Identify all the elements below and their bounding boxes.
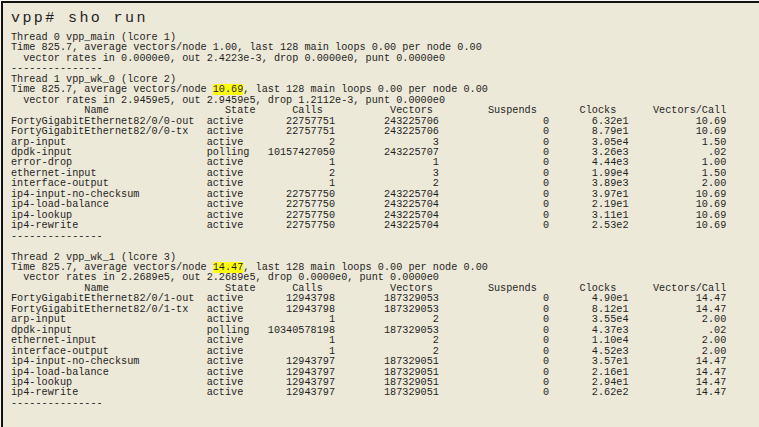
cell-state: polling <box>207 325 268 336</box>
cell-state: active <box>207 387 268 398</box>
terminal[interactable]: vpp# sho run Thread 0 vpp_main (lcore 1)… <box>1 1 759 427</box>
cell-calls-header: Calls <box>256 105 323 116</box>
cell-vectors-call: 1.50 <box>629 168 727 179</box>
cell-clocks: 4.90e1 <box>549 293 628 304</box>
cell-calls-header: Calls <box>256 283 323 294</box>
cell-vectors-call: 10.69 <box>629 199 727 210</box>
cell-name: dpdk-input <box>11 147 207 158</box>
cell-vectors: 187329053 <box>335 325 439 336</box>
cell-name: dpdk-input <box>11 325 207 336</box>
vector-rates-line: vector rates in 0.0000e0, out 2.4223e-3,… <box>11 54 759 64</box>
cell-state: active <box>207 157 268 168</box>
cell-suspends: 0 <box>439 116 549 127</box>
cell-calls: 22757750 <box>268 220 335 231</box>
cell-suspends: 0 <box>439 387 549 398</box>
cell-vectors: 187329053 <box>335 293 439 304</box>
avg-vectors-per-node-value: 14.47 <box>213 262 244 273</box>
cell-clocks: 2.16e1 <box>549 367 628 378</box>
cell-vectors-header: Vectors <box>323 283 433 294</box>
cell-name: ethernet-input <box>11 335 207 346</box>
cell-vectors-call: 14.47 <box>629 304 727 315</box>
cell-suspends: 0 <box>439 304 549 315</box>
time-prefix: Time 825.7, average vectors/node <box>11 262 213 273</box>
cell-vectors: 243225704 <box>335 220 439 231</box>
cli-prompt-line[interactable]: vpp# sho run <box>11 8 759 29</box>
cell-clocks: 8.79e1 <box>549 126 628 137</box>
cell-state: active <box>207 137 268 148</box>
cell-state: active <box>207 199 268 210</box>
cell-state: active <box>207 304 268 315</box>
cell-vectors-call: 10.69 <box>629 126 727 137</box>
cell-vectors: 187329051 <box>335 377 439 388</box>
cell-name: ip4-rewrite <box>11 220 207 231</box>
cell-vectors-header: Vectors <box>323 105 433 116</box>
cell-calls: 12943798 <box>268 304 335 315</box>
cell-vectors: 187329051 <box>335 367 439 378</box>
cell-clocks: 3.57e1 <box>549 356 628 367</box>
cell-vectors: 187329051 <box>335 356 439 367</box>
avg-vectors-per-node-value: 1.00 <box>213 42 237 53</box>
cell-suspends: 0 <box>439 126 549 137</box>
cell-vectors: 1 <box>335 157 439 168</box>
cell-name: ip4-lookup <box>11 377 207 388</box>
cell-vectors-call: .02 <box>629 147 727 158</box>
cell-name-header: Name <box>11 283 109 294</box>
cell-vectors-call: 14.47 <box>629 356 727 367</box>
cell-vectors: 2 <box>335 314 439 325</box>
cell-vectors-call-header: Vectors/Call <box>616 283 726 294</box>
cell-vectors-call: 2.00 <box>629 178 727 189</box>
cell-clocks: 1.10e4 <box>549 335 628 346</box>
cell-calls: 2 <box>268 137 335 148</box>
cell-clocks-header: Clocks <box>537 105 616 116</box>
cell-suspends: 0 <box>439 335 549 346</box>
cell-vectors-call: 10.69 <box>629 220 727 231</box>
cell-vectors-call-header: Vectors/Call <box>616 105 726 116</box>
cell-name: arp-input <box>11 137 207 148</box>
cell-state: active <box>207 314 268 325</box>
cell-calls: 12943797 <box>268 387 335 398</box>
cell-state: active <box>207 126 268 137</box>
cell-vectors: 243225707 <box>335 147 439 158</box>
cell-suspends: 0 <box>439 189 549 200</box>
cell-state-header: State <box>109 105 256 116</box>
cell-suspends: 0 <box>439 293 549 304</box>
cell-clocks: 3.55e4 <box>549 314 628 325</box>
cell-name: arp-input <box>11 314 207 325</box>
cell-clocks: 4.44e3 <box>549 157 628 168</box>
cell-name: interface-output <box>11 346 207 357</box>
cell-calls: 22757750 <box>268 210 335 221</box>
cell-name: FortyGigabitEthernet82/0/0-tx <box>11 126 207 137</box>
cell-state: active <box>207 335 268 346</box>
time-prefix: Time 825.7, average vectors/node <box>11 84 213 95</box>
cell-vectors: 2 <box>335 178 439 189</box>
cell-vectors-call: 10.69 <box>629 210 727 221</box>
cell-suspends: 0 <box>439 314 549 325</box>
time-suffix: , last 128 main loops 0.00 per node 0.00 <box>237 42 482 53</box>
cell-name: FortyGigabitEthernet82/0/1-out <box>11 293 207 304</box>
cell-vectors: 3 <box>335 168 439 179</box>
time-prefix: Time 825.7, average vectors/node <box>11 42 213 53</box>
cell-calls: 12943797 <box>268 367 335 378</box>
cell-vectors: 243225704 <box>335 189 439 200</box>
cell-clocks: 3.05e4 <box>549 137 628 148</box>
cell-suspends: 0 <box>439 157 549 168</box>
cell-suspends: 0 <box>439 346 549 357</box>
cell-state: active <box>207 346 268 357</box>
cell-clocks: 3.11e1 <box>549 210 628 221</box>
cell-clocks: 6.32e1 <box>549 116 628 127</box>
cell-name-header: Name <box>11 105 109 116</box>
cell-vectors-call: .02 <box>629 325 727 336</box>
cell-name: ip4-load-balance <box>11 199 207 210</box>
cell-clocks: 2.62e2 <box>549 387 628 398</box>
table-row: ip4-rewrite active 12943797 187329051 0 … <box>11 388 759 398</box>
cell-clocks: 3.26e3 <box>549 147 628 158</box>
cell-vectors: 243225706 <box>335 126 439 137</box>
cell-name: ip4-input-no-checksum <box>11 356 207 367</box>
cell-clocks: 1.99e4 <box>549 168 628 179</box>
cell-calls: 1 <box>268 314 335 325</box>
thread-sections: Thread 0 vpp_main (lcore 1)Time 825.7, a… <box>11 33 759 409</box>
cell-clocks: 3.97e1 <box>549 189 628 200</box>
cell-clocks-header: Clocks <box>537 283 616 294</box>
cell-state: active <box>207 293 268 304</box>
divider-line: --------------- <box>11 399 759 409</box>
